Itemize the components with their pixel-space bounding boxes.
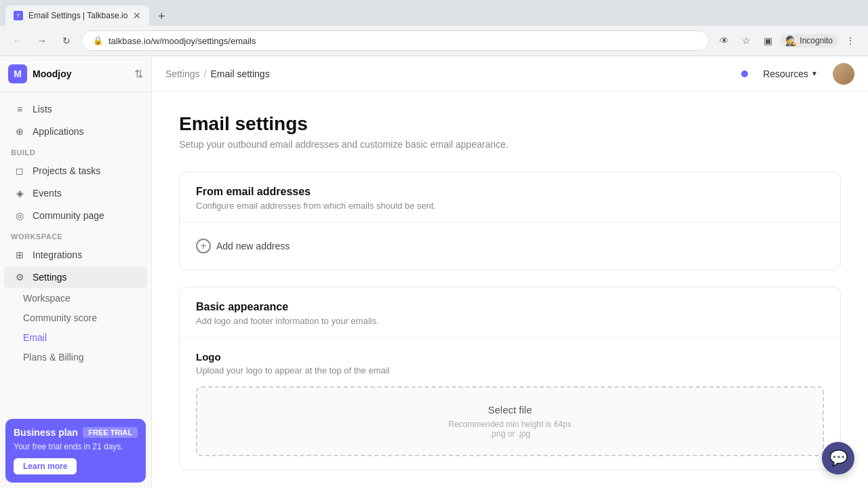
app-layout: M Moodjoy ⇅ ≡ Lists ⊕ Applications BUILD…	[0, 56, 868, 488]
sub-nav-label-email: Email	[23, 332, 47, 343]
add-address-button[interactable]: + Add new address	[196, 233, 824, 259]
build-section-label: BUILD	[0, 143, 151, 159]
sidebar-icon[interactable]: ▣	[758, 31, 777, 50]
from-email-card: From email addresses Configure email add…	[179, 171, 841, 270]
sidebar-item-label-applications: Applications	[33, 126, 84, 137]
sub-nav-label-plans: Plans & Billing	[23, 352, 84, 363]
incognito-button[interactable]: 🕵 Incognito	[780, 34, 838, 47]
page-title: Email settings	[179, 113, 841, 135]
banner-header: Business plan FREE TRIAL	[14, 427, 138, 438]
top-bar: Settings / Email settings Resources ▼	[152, 56, 868, 92]
reload-button[interactable]: ↻	[57, 31, 76, 50]
from-email-body: + Add new address	[180, 222, 840, 270]
menu-button[interactable]: ⋮	[841, 31, 860, 50]
sub-nav-email[interactable]: Email	[4, 328, 147, 347]
sidebar-item-label-community: Community page	[33, 210, 104, 221]
basic-appearance-desc: Add logo and footer information to your …	[196, 316, 824, 326]
basic-appearance-card: Basic appearance Add logo and footer inf…	[179, 287, 841, 470]
tab-favicon: T	[14, 11, 23, 20]
sidebar: M Moodjoy ⇅ ≡ Lists ⊕ Applications BUILD…	[0, 56, 152, 488]
projects-icon: ◻	[14, 165, 26, 177]
workspace-section-label: WORKSPACE	[0, 227, 151, 243]
breadcrumb-parent[interactable]: Settings	[165, 68, 200, 79]
file-hint-line1: Recommended min height is 64px	[214, 420, 806, 429]
workspace-name: Moodjoy	[33, 68, 129, 79]
sidebar-header: M Moodjoy ⇅	[0, 56, 151, 92]
browser-actions: 👁 ☆ ▣ 🕵 Incognito ⋮	[715, 31, 860, 50]
sidebar-item-applications[interactable]: ⊕ Applications	[4, 121, 147, 142]
lists-icon: ≡	[14, 103, 26, 115]
main-content: Settings / Email settings Resources ▼ Em…	[152, 56, 868, 488]
file-upload-area[interactable]: Select file Recommended min height is 64…	[196, 386, 824, 456]
learn-more-button[interactable]: Learn more	[14, 458, 77, 474]
sub-nav-community-score[interactable]: Community score	[4, 308, 147, 327]
page-content: Email settings Setup your outbound email…	[152, 92, 868, 488]
resources-button[interactable]: Resources ▼	[756, 66, 825, 82]
sidebar-item-label-events: Events	[33, 188, 62, 199]
sidebar-toggle-button[interactable]: ⇅	[134, 68, 143, 81]
chat-icon: 💬	[829, 449, 848, 467]
settings-icon: ⚙	[14, 271, 26, 283]
chevron-down-icon: ▼	[811, 70, 818, 77]
workspace-icon: M	[8, 64, 27, 83]
sidebar-item-projects-tasks[interactable]: ◻ Projects & tasks	[4, 160, 147, 182]
sidebar-item-settings[interactable]: ⚙ Settings	[4, 266, 147, 288]
browser-chrome: T Email Settings | Talkbase.io ✕ + ← → ↻…	[0, 0, 868, 56]
breadcrumb: Settings / Email settings	[165, 68, 741, 79]
status-dot	[741, 70, 748, 77]
eye-off-icon[interactable]: 👁	[715, 31, 734, 50]
sidebar-item-label-lists: Lists	[33, 104, 52, 115]
resources-label: Resources	[763, 68, 808, 79]
community-page-icon: ◎	[14, 209, 26, 222]
file-hint-line2: .png or .jpg	[214, 429, 806, 439]
events-icon: ◈	[14, 187, 26, 199]
back-button[interactable]: ←	[8, 31, 27, 50]
top-bar-actions: Resources ▼	[741, 63, 854, 85]
integrations-icon: ⊞	[14, 249, 26, 261]
sidebar-nav: ≡ Lists ⊕ Applications BUILD ◻ Projects …	[0, 92, 151, 373]
sidebar-item-lists[interactable]: ≡ Lists	[4, 98, 147, 120]
select-file-label: Select file	[214, 404, 806, 415]
logo-title: Logo	[196, 351, 824, 363]
active-tab[interactable]: T Email Settings | Talkbase.io ✕	[5, 5, 149, 26]
url-bar[interactable]: 🔒 talkbase.io/w/moodjoy/settings/emails	[81, 30, 709, 51]
breadcrumb-current: Email settings	[210, 68, 269, 79]
bookmark-icon[interactable]: ☆	[736, 31, 755, 50]
logo-section: Logo Upload your logo to appear at the t…	[180, 338, 840, 470]
applications-icon: ⊕	[14, 125, 26, 138]
banner-title: Business plan	[14, 427, 78, 438]
tab-close-button[interactable]: ✕	[133, 10, 141, 21]
user-avatar[interactable]	[833, 63, 854, 85]
avatar-image	[833, 63, 854, 85]
tab-bar: T Email Settings | Talkbase.io ✕ +	[0, 0, 868, 26]
sub-nav-label-community-score: Community score	[23, 312, 97, 323]
page-subtitle: Setup your outbound email addresses and …	[179, 139, 841, 150]
basic-appearance-title: Basic appearance	[196, 301, 824, 313]
banner-description: Your free trial ends in 21 days.	[14, 442, 138, 451]
url-text: talkbase.io/w/moodjoy/settings/emails	[108, 36, 256, 46]
sub-nav-workspace[interactable]: Workspace	[4, 289, 147, 308]
from-email-title: From email addresses	[196, 186, 824, 198]
tab-title: Email Settings | Talkbase.io	[28, 11, 127, 20]
breadcrumb-separator: /	[204, 68, 207, 79]
business-plan-banner: Business plan FREE TRIAL Your free trial…	[5, 419, 146, 483]
add-circle-icon: +	[196, 239, 211, 253]
free-trial-badge: FREE TRIAL	[83, 427, 138, 438]
basic-appearance-header: Basic appearance Add logo and footer inf…	[180, 287, 840, 338]
sidebar-item-integrations[interactable]: ⊞ Integrations	[4, 244, 147, 266]
sidebar-item-community-page[interactable]: ◎ Community page	[4, 205, 147, 226]
from-email-desc: Configure email addresses from which ema…	[196, 201, 824, 211]
from-email-header: From email addresses Configure email add…	[180, 172, 840, 222]
forward-button[interactable]: →	[33, 31, 52, 50]
add-address-label: Add new address	[216, 241, 290, 251]
sidebar-item-events[interactable]: ◈ Events	[4, 182, 147, 204]
sub-nav-plans-billing[interactable]: Plans & Billing	[4, 348, 147, 367]
new-tab-button[interactable]: +	[152, 7, 171, 26]
sidebar-item-label-integrations: Integrations	[33, 249, 82, 260]
sidebar-item-label-settings: Settings	[33, 272, 67, 283]
sub-nav-label-workspace: Workspace	[23, 293, 71, 304]
logo-desc: Upload your logo to appear at the top of…	[196, 365, 824, 375]
sidebar-item-label-projects: Projects & tasks	[33, 165, 100, 176]
chat-bubble-button[interactable]: 💬	[822, 442, 854, 474]
address-bar: ← → ↻ 🔒 talkbase.io/w/moodjoy/settings/e…	[0, 26, 868, 56]
